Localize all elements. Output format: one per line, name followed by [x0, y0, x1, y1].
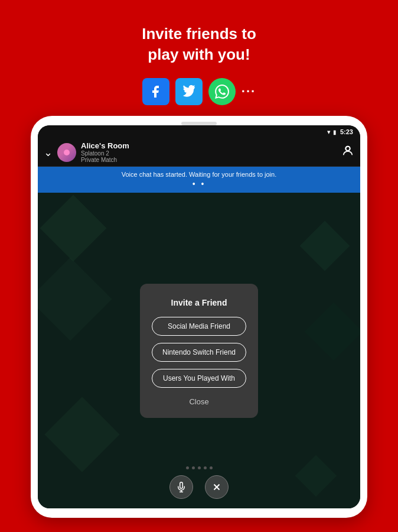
whatsapp-share-button[interactable] [208, 78, 236, 105]
avatar [57, 143, 76, 162]
control-buttons [169, 475, 229, 499]
progress-dot-4 [204, 466, 207, 469]
progress-dot-3 [198, 466, 201, 469]
progress-dot-1 [186, 466, 189, 469]
social-icons-row: ··· [142, 78, 256, 105]
room-info: Alice's Room Splatoon 2 Private Match [81, 141, 341, 163]
more-share-button[interactable]: ··· [242, 84, 256, 99]
users-played-with-button[interactable]: Users You Played With [152, 369, 246, 388]
game-name: Splatoon 2 [81, 150, 341, 157]
invite-friend-modal: Invite a Friend Social Media Friend Nint… [140, 284, 258, 418]
voice-chat-banner: Voice chat has started. Waiting for your… [38, 167, 360, 193]
room-name: Alice's Room [81, 141, 341, 150]
back-button[interactable]: ⌄ [44, 146, 53, 159]
invite-title: Invite friends to play with you! [142, 24, 256, 65]
svg-point-1 [345, 147, 350, 151]
nintendo-switch-friend-button[interactable]: Nintendo Switch Friend [152, 343, 246, 362]
wifi-icon: ▾ [327, 128, 331, 136]
room-header: ⌄ Alice's Room Splatoon 2 Private Match [38, 138, 360, 167]
top-section: Invite friends to play with you! ··· [0, 0, 398, 105]
user-settings-icon[interactable] [341, 144, 354, 160]
status-bar: ▾ ▮ 5:23 [38, 125, 360, 138]
main-content: Invite a Friend Social Media Friend Nint… [38, 193, 360, 508]
progress-dot-5 [210, 466, 213, 469]
modal-title: Invite a Friend [171, 298, 227, 307]
social-media-friend-button[interactable]: Social Media Friend [152, 317, 246, 336]
bottom-controls [38, 466, 360, 499]
battery-icon: ▮ [333, 129, 337, 135]
tablet-frame: ▾ ▮ 5:23 ⌄ Alice's Room Splatoon 2 Priva… [31, 116, 367, 518]
facebook-share-button[interactable] [142, 78, 169, 105]
voice-chat-message: Voice chat has started. Waiting for your… [44, 171, 354, 178]
avatar-image [57, 143, 76, 162]
status-time: 5:23 [340, 128, 353, 135]
modal-overlay: Invite a Friend Social Media Friend Nint… [38, 193, 360, 508]
progress-dots [186, 466, 213, 469]
status-icons: ▾ ▮ [327, 128, 337, 136]
voice-chat-dots: • • [44, 179, 354, 189]
tablet-screen: ▾ ▮ 5:23 ⌄ Alice's Room Splatoon 2 Priva… [38, 125, 360, 508]
match-type: Private Match [81, 157, 341, 163]
progress-dot-2 [192, 466, 195, 469]
close-button[interactable]: Close [189, 397, 208, 406]
close-button[interactable] [205, 475, 229, 499]
mute-button[interactable] [169, 475, 193, 499]
twitter-share-button[interactable] [175, 78, 203, 105]
